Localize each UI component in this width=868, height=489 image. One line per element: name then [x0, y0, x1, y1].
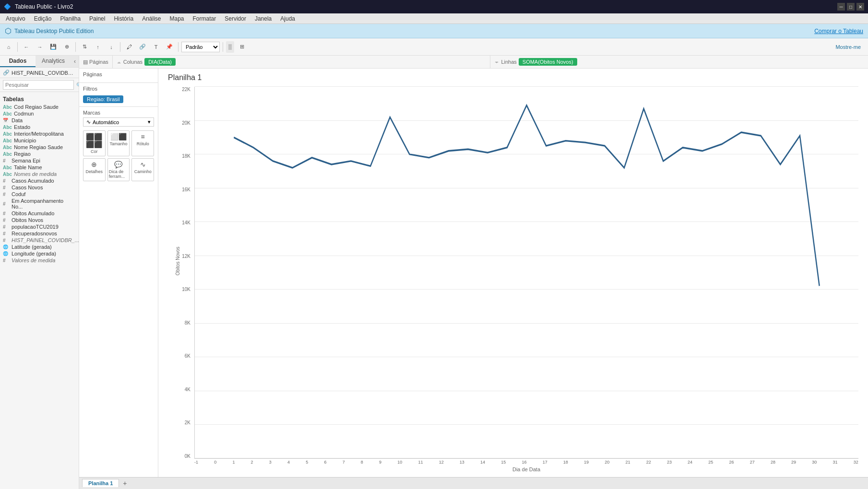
marks-tooltip-button[interactable]: 💬 Dica de ferram...	[107, 158, 130, 181]
marks-type-dropdown[interactable]: ∿ Automático ▾	[83, 117, 154, 127]
field-type-icon: #	[3, 238, 10, 243]
y-tick: 20K	[182, 120, 190, 126]
field-type-icon: #	[3, 231, 10, 236]
chart-title: Planilha 1	[168, 73, 858, 82]
search-icon[interactable]: 🔍	[75, 81, 79, 89]
marks-path-button[interactable]: ∿ Caminho	[131, 158, 154, 181]
list-item[interactable]: 🌐 Longitude (gerada)	[3, 250, 76, 257]
rows-pill[interactable]: SOMA(Obitos Novos)	[519, 58, 577, 66]
menu-servidor[interactable]: Servidor	[221, 14, 250, 23]
menu-planilha[interactable]: Planilha	[56, 14, 84, 23]
list-item[interactable]: # Coduf	[3, 191, 76, 198]
sort-asc-button[interactable]: ↑	[92, 41, 104, 53]
close-button[interactable]: ✕	[856, 3, 864, 11]
marks-detail-button[interactable]: ⊕ Detalhes	[83, 158, 106, 181]
panel-collapse-arrow[interactable]: ‹	[71, 56, 79, 67]
list-item[interactable]: Abc Cod Regiao Saude	[3, 104, 76, 110]
menu-formatar[interactable]: Formatar	[189, 14, 220, 23]
tableau-banner: ⬡ Tableau Desktop Public Edition Comprar…	[0, 24, 868, 38]
menu-mapa[interactable]: Mapa	[166, 14, 188, 23]
list-item[interactable]: # Recuperadosnovos	[3, 230, 76, 237]
marks-size-button[interactable]: ⬜⬛ Tamanho	[107, 130, 130, 156]
filter-pill[interactable]: Regiao: Brasil	[83, 95, 123, 103]
list-item[interactable]: # Casos Acumulado	[3, 177, 76, 184]
toolbar-home-button[interactable]: ⌂	[3, 41, 14, 53]
menu-arquivo[interactable]: Arquivo	[2, 14, 29, 23]
field-type-icon: #	[3, 258, 10, 263]
show-me-toggle[interactable]: ▒	[226, 41, 234, 53]
list-item[interactable]: Abc Table Name	[3, 164, 76, 171]
list-item[interactable]: Abc Municipio	[3, 137, 76, 144]
field-type-icon: Abc	[3, 125, 12, 130]
field-name: Obitos Novos	[12, 217, 43, 223]
menu-painel[interactable]: Painel	[85, 14, 109, 23]
list-item[interactable]: # Casos Novos	[3, 184, 76, 191]
show-me-button[interactable]: Mostre-me	[831, 41, 865, 53]
undo-button[interactable]: ←	[21, 41, 32, 53]
menu-edicao[interactable]: Edição	[30, 14, 56, 23]
list-item[interactable]: Abc Nomes de medida	[3, 171, 76, 177]
field-type-icon: 🌐	[3, 244, 10, 249]
search-input[interactable]	[3, 80, 74, 90]
list-item[interactable]: 🌐 Latitude (gerada)	[3, 244, 76, 250]
save-button[interactable]: 💾	[48, 41, 59, 53]
list-item[interactable]: Abc Interior/Metropolitana	[3, 130, 76, 137]
list-item[interactable]: # HIST_PAINEL_COVIDBR_...	[3, 237, 76, 244]
marks-panel: Marcas ∿ Automático ▾ ⬛⬛⬛⬛ Cor ⬜⬛ Ta	[79, 107, 158, 477]
marks-type-icon: ∿	[86, 119, 91, 125]
pages-title: Páginas	[83, 71, 154, 77]
bottom-tabs: Planilha 1 +	[79, 477, 868, 489]
pages-panel: Páginas	[79, 69, 158, 83]
panel-tabs: Dados Analytics ‹	[0, 56, 79, 68]
field-name: Casos Novos	[12, 185, 43, 190]
maximize-button[interactable]: □	[847, 3, 855, 11]
marks-title: Marcas	[83, 110, 154, 116]
marks-color-button[interactable]: ⬛⬛⬛⬛ Cor	[83, 130, 106, 156]
marks-grid: ⬛⬛⬛⬛ Cor ⬜⬛ Tamanho ≡ Rótulo ⊕	[83, 130, 154, 181]
list-item[interactable]: # Obitos Novos	[3, 217, 76, 223]
x-tick: 16	[522, 460, 526, 465]
buy-tableau-link[interactable]: Comprar o Tableau	[814, 28, 863, 35]
present-button[interactable]: ⊞	[236, 41, 248, 53]
field-name: Nomes de medida	[14, 171, 57, 177]
new-datasource-button[interactable]: ⊕	[61, 41, 72, 53]
list-item[interactable]: # Em Acompanhamento No...	[3, 198, 76, 210]
list-item[interactable]: # Semana Epi	[3, 157, 76, 164]
link-button[interactable]: 🔗	[137, 41, 148, 53]
x-tick: 8	[361, 460, 363, 465]
pin-button[interactable]: 📌	[164, 41, 175, 53]
menu-historia[interactable]: História	[110, 14, 137, 23]
x-tick: 9	[379, 460, 381, 465]
x-tick: 20	[605, 460, 609, 465]
list-item[interactable]: Abc Codmun	[3, 110, 76, 117]
view-dropdown[interactable]: Padrão	[181, 42, 220, 52]
minimize-button[interactable]: ─	[837, 3, 845, 11]
list-item[interactable]: Abc Estado	[3, 124, 76, 130]
columns-pill[interactable]: DIA(Data)	[144, 58, 176, 66]
sort-desc-button[interactable]: ↓	[106, 41, 117, 53]
list-item[interactable]: 📅 Data	[3, 117, 76, 124]
chevron-down-icon: ▾	[148, 119, 151, 125]
marks-label-button[interactable]: ≡ Rótulo	[131, 130, 154, 156]
tab-analytics[interactable]: Analytics	[36, 56, 71, 67]
left-panel: Dados Analytics ‹ 🔗 HIST_PAINEL_COVIDBR_…	[0, 56, 79, 489]
list-item[interactable]: # populacaoTCU2019	[3, 223, 76, 230]
menu-janela[interactable]: Janela	[251, 14, 275, 23]
color-marks-icon: ⬛⬛⬛⬛	[86, 133, 102, 148]
new-sheet-button[interactable]: +	[120, 478, 130, 488]
list-item[interactable]: Abc Regiao	[3, 151, 76, 157]
list-item[interactable]: Abc Nome Regiao Saude	[3, 144, 76, 151]
menu-ajuda[interactable]: Ajuda	[276, 14, 299, 23]
tab-dados[interactable]: Dados	[0, 56, 36, 67]
list-item[interactable]: # Obitos Acumulado	[3, 210, 76, 217]
redo-button[interactable]: →	[34, 41, 46, 53]
list-item[interactable]: # Valores de medida	[3, 257, 76, 264]
field-name: Longitude (gerada)	[12, 251, 56, 256]
window-title: Tableau Public - Livro2	[15, 3, 73, 10]
swap-button[interactable]: ⇅	[79, 41, 90, 53]
sheet-tab-planilha1[interactable]: Planilha 1	[82, 479, 119, 487]
highlight-button[interactable]: 🖍	[123, 41, 135, 53]
text-button[interactable]: T	[150, 41, 162, 53]
data-source-item[interactable]: 🔗 HIST_PAINEL_COVIDBR_...	[0, 68, 79, 78]
menu-analise[interactable]: Análise	[138, 14, 165, 23]
